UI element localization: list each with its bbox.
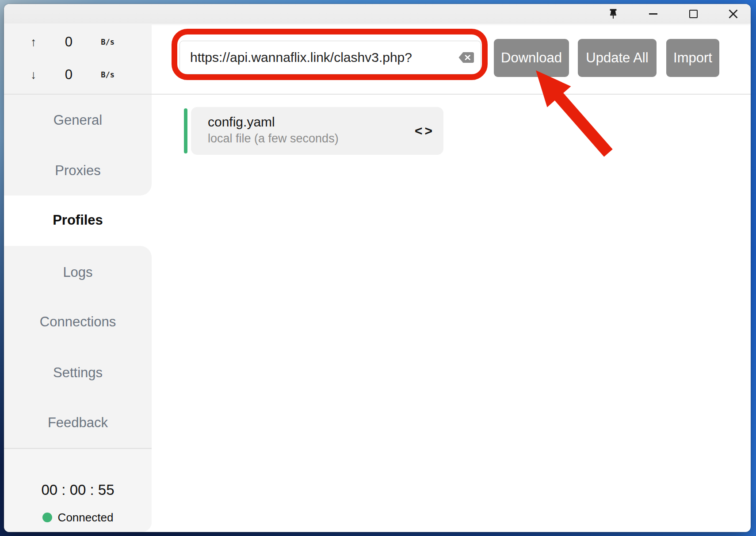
upload-speed-value: 0 (65, 34, 73, 50)
connection-timer: 00 : 00 : 55 (4, 475, 152, 505)
upload-arrow-icon: ↑ (31, 35, 37, 49)
download-speed-value: 0 (65, 67, 73, 83)
red-arrow-annotation (528, 64, 617, 161)
maximize-button[interactable] (680, 4, 706, 23)
download-speed-unit: B/s (101, 70, 115, 79)
sidebar-bottom-divider (4, 448, 152, 449)
minimize-icon (649, 13, 657, 15)
clear-input-icon[interactable] (458, 51, 475, 64)
sidebar-item-proxies[interactable]: Proxies (4, 157, 152, 185)
upload-speed-row: ↑ 0 B/s (31, 33, 115, 51)
profile-url-box (179, 41, 481, 74)
sidebar-item-settings[interactable]: Settings (4, 359, 152, 387)
status-label: Connected (58, 511, 114, 525)
app-window: ↑ 0 B/s ↓ 0 B/s General Proxies Profiles… (4, 4, 751, 532)
titlebar[interactable] (4, 4, 751, 23)
status-dot-icon (42, 513, 52, 522)
profile-url-input[interactable] (180, 50, 455, 65)
minimize-button[interactable] (640, 4, 666, 23)
update-all-button[interactable]: Update All (578, 39, 657, 77)
close-button[interactable] (720, 4, 746, 23)
pin-icon (607, 8, 619, 19)
header-divider (4, 94, 751, 95)
sidebar-item-connections[interactable]: Connections (4, 308, 152, 336)
pin-button[interactable] (600, 4, 626, 23)
download-speed-row: ↓ 0 B/s (31, 66, 115, 84)
close-icon (727, 8, 739, 20)
profile-card[interactable]: config.yaml local file (a few seconds) <… (191, 107, 443, 155)
profile-name: config.yaml (208, 114, 443, 130)
connection-status: Connected (4, 508, 152, 527)
import-button[interactable]: Import (666, 39, 719, 77)
sidebar-item-feedback[interactable]: Feedback (4, 409, 152, 437)
sidebar-item-general[interactable]: General (4, 106, 152, 134)
active-profile-indicator (184, 108, 187, 153)
edit-code-icon[interactable]: <> (415, 123, 435, 138)
upload-speed-unit: B/s (101, 38, 115, 46)
sidebar-item-profiles[interactable]: Profiles (4, 206, 152, 234)
download-button[interactable]: Download (494, 39, 569, 77)
maximize-icon (689, 10, 698, 18)
download-arrow-icon: ↓ (31, 68, 37, 82)
sidebar-item-logs[interactable]: Logs (4, 258, 152, 287)
profile-meta: local file (a few seconds) (208, 130, 443, 146)
